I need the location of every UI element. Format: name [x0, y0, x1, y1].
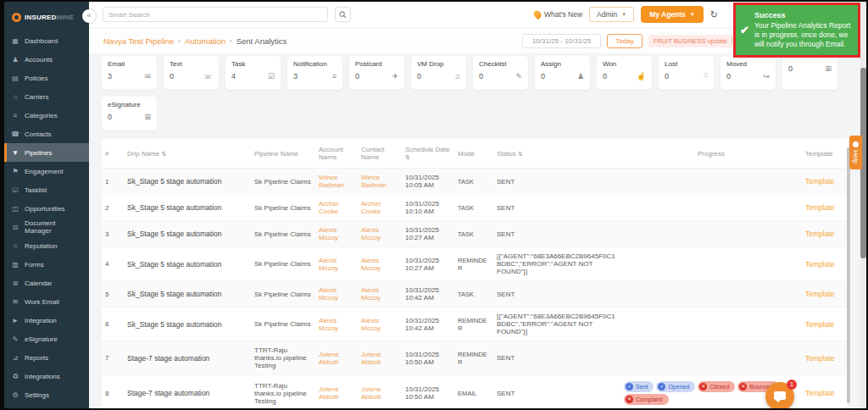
cell-contact-name[interactable]: Alexis Mccoy	[358, 221, 402, 247]
sidebar-item-calendar[interactable]: ⊞Calendar	[4, 274, 89, 292]
sidebar-item-opportunities[interactable]: ◫Opportunities	[4, 199, 89, 218]
sidebar-item-engagement[interactable]: ⚑Engagement	[4, 162, 89, 180]
sidebar-item-dashboard[interactable]: ▦Dashboard	[4, 31, 89, 50]
help-tab[interactable]: Help	[849, 136, 862, 169]
admin-dropdown[interactable]: Admin ▼	[589, 7, 634, 22]
sidebar-item-reports[interactable]: ⊿Reports	[4, 348, 89, 367]
cell-contact-name[interactable]: Alexis Mccoy	[358, 308, 402, 341]
sidebar-item-work-email[interactable]: ✉Work Email	[4, 292, 89, 311]
col-schedule-date[interactable]: Schedule Date ⇅	[402, 139, 454, 169]
stat-card-value-row: 0⊞	[788, 64, 832, 73]
schedule-time: 10:50 AM	[405, 393, 451, 401]
sidebar-item-settings[interactable]: ⚙Settings	[4, 385, 89, 404]
stat-card-assign: Assign0♟	[535, 56, 590, 90]
sidebar-item-pipelines[interactable]: ▼Pipelines	[4, 143, 89, 162]
reports-icon: ⊿	[11, 354, 19, 362]
progress-badge-opened: ✓Opened	[656, 381, 695, 392]
sidebar-item-reputation[interactable]: ☆Reputation	[4, 236, 89, 255]
cell-contact-name[interactable]: Alexis Mccoy	[358, 281, 402, 308]
sidebar-item-label: Calendar	[25, 280, 52, 287]
integration-icon: ►	[11, 317, 19, 324]
cell-contact-name[interactable]: Archer Cooke	[358, 195, 402, 221]
sidebar-item-label: Carriers	[25, 93, 48, 101]
carriers-icon: ⌂	[11, 93, 19, 101]
cell-account-name[interactable]: Jolene Abbott	[315, 375, 358, 409]
sidebar-item-label: Accounts	[25, 56, 53, 64]
stat-card-label: eSignature	[108, 101, 151, 108]
sidebar-item-categories[interactable]: ≡Categories	[4, 106, 89, 125]
sidebar-item-label: Work Email	[25, 298, 59, 306]
template-link[interactable]: Template	[805, 354, 835, 363]
template-link[interactable]: Template	[805, 260, 835, 269]
app-logo[interactable]: INSUREDMINE	[4, 2, 89, 31]
col-status[interactable]: Status ⇅	[493, 139, 620, 169]
whats-new-link[interactable]: What's New	[534, 10, 582, 19]
help-label: Help	[852, 150, 860, 163]
stat-card-task: Task4☑	[225, 56, 281, 90]
cell-account-name[interactable]: Jolene Abbott	[315, 341, 358, 375]
template-link[interactable]: Template	[805, 230, 835, 238]
date-range-input[interactable]: 10/31/25 - 10/31/25	[522, 34, 601, 48]
admin-label: Admin	[597, 10, 617, 19]
chat-widget-button[interactable]: 1	[765, 382, 794, 408]
brand-name: INSUREDMINE	[25, 14, 74, 21]
template-link[interactable]: Template	[805, 389, 835, 397]
table-scrollbar[interactable]	[847, 147, 850, 403]
stat-card-checklist: Checklist0✎	[473, 56, 528, 90]
sidebar-item-integration[interactable]: ►Integration	[4, 311, 89, 330]
breadcrumb-pipeline[interactable]: Navya Test Pipeline	[103, 36, 174, 46]
success-toast[interactable]: ✔ Success Your Pipeline Analytics Report…	[733, 3, 860, 58]
refresh-icon[interactable]: ↻	[710, 9, 718, 20]
sidebar-item-document-manager[interactable]: ⊟Document Manager	[4, 218, 89, 236]
template-link[interactable]: Template	[805, 177, 835, 186]
schedule-time: 10:50 AM	[405, 358, 451, 366]
today-button[interactable]: Today	[607, 34, 642, 48]
cell-account-name[interactable]: Alexis Mccoy	[315, 308, 358, 341]
cell-status: SENT	[493, 195, 620, 221]
col-template: Template	[802, 139, 848, 169]
cell-progress	[620, 221, 802, 247]
sidebar-collapse-button[interactable]: «	[82, 9, 96, 23]
cell-template: Template	[802, 195, 848, 221]
cell-account-name[interactable]: Alexis Mccoy	[315, 221, 358, 247]
col-drip-name[interactable]: Drip Name ⇅	[124, 139, 251, 169]
search-input[interactable]	[103, 7, 328, 22]
sidebar-item-accounts[interactable]: ♟Accounts	[4, 50, 89, 69]
cell-contact-name[interactable]: Jolene Abbott	[358, 341, 402, 375]
search-button[interactable]	[335, 7, 351, 22]
sidebar-item-forms[interactable]: ▥Forms	[4, 255, 89, 274]
template-link[interactable]: Template	[805, 290, 835, 298]
cell-account-name[interactable]: Alexis Mccoy	[315, 247, 358, 281]
cell-status: SENT	[493, 341, 620, 375]
sidebar-item-tasklist[interactable]: ☑Tasklist	[4, 180, 89, 199]
cell-row-number: 4	[102, 247, 124, 281]
sidebar-item-integrations[interactable]: ♻Integrations	[4, 367, 89, 385]
sidebar-item-carriers[interactable]: ⌂Carriers	[4, 87, 89, 106]
filter-tag-chip[interactable]: FRUIT BUSINESS update ✕	[648, 35, 747, 47]
cell-contact-name[interactable]: Jolene Abbott	[358, 375, 402, 409]
sidebar-item-label: eSignature	[25, 335, 58, 343]
cell-row-number: 2	[102, 195, 124, 221]
cell-template: Template	[802, 247, 848, 281]
cell-drip-name: Stage-7 stage automation	[124, 341, 251, 375]
stat-card-value: 0	[541, 72, 545, 80]
cell-mode: TASK	[454, 221, 493, 247]
template-link[interactable]: Template	[805, 320, 835, 329]
sidebar-item-esignature[interactable]: ✎eSignature	[4, 330, 89, 348]
vm-drop-icon: ♫	[454, 72, 460, 80]
sidebar-item-policies[interactable]: ▤Policies	[4, 69, 89, 87]
stat-card-value: 0	[665, 72, 669, 80]
cell-contact-name[interactable]: Wince Badman	[358, 169, 402, 195]
checklist-icon: ✎	[515, 72, 522, 80]
table-row: 3Sk_Stage 5 stage automationSk Pipeline …	[102, 221, 848, 247]
sidebar-item-contacts[interactable]: ☎Contacts	[4, 125, 89, 143]
cell-account-name[interactable]: Wince Badman	[315, 169, 358, 195]
stat-card-value: 3	[293, 72, 298, 80]
cell-account-name[interactable]: Archer Cooke	[315, 195, 358, 221]
breadcrumb-automation[interactable]: Automation	[185, 36, 225, 46]
cell-contact-name[interactable]: Alexis Mccoy	[358, 247, 402, 281]
categories-icon: ≡	[11, 112, 19, 119]
my-agents-button[interactable]: My Agents ▼	[641, 6, 704, 23]
cell-account-name[interactable]: Alexis Mccoy	[315, 281, 358, 308]
template-link[interactable]: Template	[805, 203, 835, 212]
